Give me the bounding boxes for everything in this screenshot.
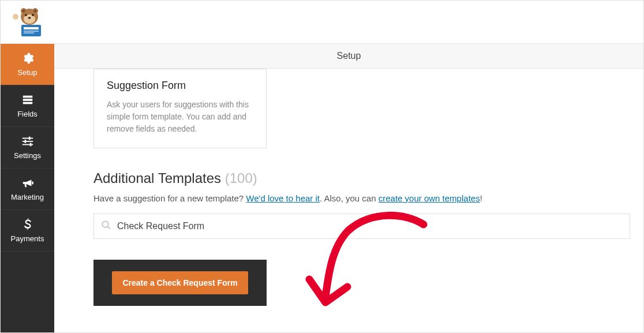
svg-rect-21 xyxy=(24,140,26,143)
template-result-card[interactable]: C Create a Check Request Form xyxy=(93,260,267,306)
svg-rect-22 xyxy=(29,143,31,147)
suggest-mid: . Also, you can xyxy=(320,193,379,203)
sidebar-item-settings[interactable]: Settings xyxy=(1,127,54,169)
svg-rect-11 xyxy=(24,27,39,29)
svg-line-24 xyxy=(107,226,110,229)
main-area: Setup Suggestion Form Ask your users for… xyxy=(54,44,643,333)
sidebar-item-label: Payments xyxy=(11,234,44,243)
svg-point-7 xyxy=(32,14,34,16)
form-icon xyxy=(21,93,34,106)
svg-rect-16 xyxy=(23,102,32,104)
top-tab-setup[interactable]: Setup xyxy=(54,44,643,69)
dollar-icon xyxy=(23,218,32,231)
sliders-icon xyxy=(21,135,34,148)
create-form-button[interactable]: Create a Check Request Form xyxy=(112,271,248,294)
additional-templates-heading: Additional Templates (100) xyxy=(93,170,643,186)
sidebar-item-payments[interactable]: Payments xyxy=(1,210,54,252)
sidebar-item-label: Settings xyxy=(14,151,41,160)
content-area: Suggestion Form Ask your users for sugge… xyxy=(54,69,643,333)
svg-point-9 xyxy=(13,14,18,20)
sidebar-item-label: Fields xyxy=(17,110,38,118)
app-body: Setup Fields Settings Marketing Payments xyxy=(1,44,643,333)
heading-text: Additional Templates xyxy=(93,170,221,186)
create-own-link[interactable]: create your own templates xyxy=(379,193,480,203)
gear-icon xyxy=(21,52,34,65)
svg-rect-14 xyxy=(23,96,32,98)
svg-point-3 xyxy=(23,9,25,12)
svg-point-23 xyxy=(102,221,108,227)
sidebar-item-fields[interactable]: Fields xyxy=(1,85,54,127)
sidebar-item-label: Setup xyxy=(18,68,38,77)
template-card-title: Suggestion Form xyxy=(107,80,253,92)
sidebar-item-marketing[interactable]: Marketing xyxy=(1,169,54,210)
svg-rect-13 xyxy=(24,32,34,33)
sidebar-nav: Setup Fields Settings Marketing Payments xyxy=(1,44,54,333)
top-tab-label: Setup xyxy=(337,51,361,61)
svg-rect-17 xyxy=(22,138,32,139)
heading-count: (100) xyxy=(225,170,257,186)
suggest-link[interactable]: We'd love to hear it xyxy=(246,193,320,203)
search-icon xyxy=(101,220,111,233)
svg-rect-12 xyxy=(24,31,39,32)
sidebar-item-label: Marketing xyxy=(11,193,44,201)
suggest-suffix: ! xyxy=(480,193,482,203)
template-search-input[interactable] xyxy=(117,221,623,231)
template-card-description: Ask your users for suggestions with this… xyxy=(107,99,253,135)
svg-point-6 xyxy=(25,14,27,16)
svg-point-8 xyxy=(28,17,31,19)
result-hidden-title: C xyxy=(105,277,113,289)
svg-rect-15 xyxy=(23,99,32,101)
svg-rect-18 xyxy=(22,141,32,142)
suggest-prefix: Have a suggestion for a new template? xyxy=(93,193,246,203)
app-header xyxy=(1,1,643,44)
svg-point-4 xyxy=(34,9,37,12)
bullhorn-icon xyxy=(21,177,34,189)
template-card-suggestion-form[interactable]: Suggestion Form Ask your users for sugge… xyxy=(93,69,267,148)
svg-rect-20 xyxy=(28,137,30,140)
suggestion-line: Have a suggestion for a new template? We… xyxy=(93,193,643,203)
sidebar-item-setup[interactable]: Setup xyxy=(1,44,54,85)
wpforms-logo xyxy=(11,6,46,38)
template-search-box[interactable] xyxy=(93,214,630,239)
